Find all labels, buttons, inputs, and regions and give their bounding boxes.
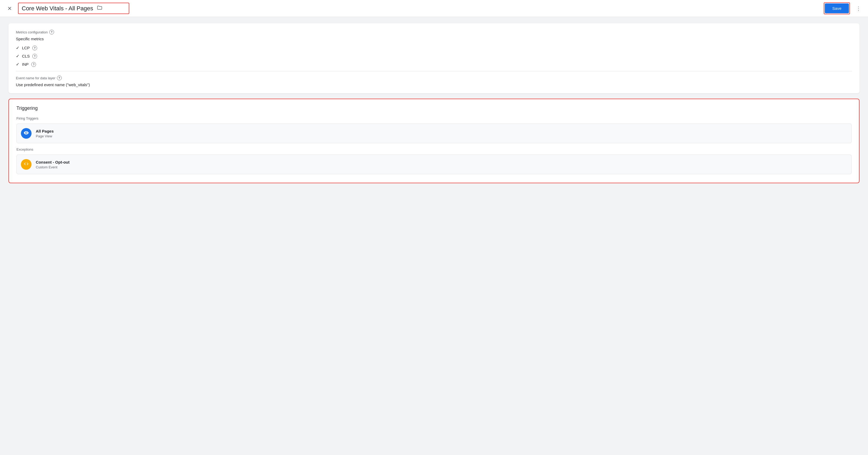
check-icon-lcp: ✓ xyxy=(16,45,19,50)
trigger-item-consent-optout[interactable]: Consent - Opt-out Custom Event xyxy=(17,154,851,174)
metric-item-inp: ✓ INP ? xyxy=(16,62,852,67)
consent-optout-icon-circle xyxy=(21,159,32,170)
check-icon-inp: ✓ xyxy=(16,62,19,67)
eye-icon xyxy=(24,130,29,137)
close-button[interactable]: ✕ xyxy=(4,3,15,14)
event-name-help-icon[interactable]: ? xyxy=(57,76,62,80)
all-pages-trigger-info: All Pages Page View xyxy=(36,129,54,138)
metric-name-lcp: LCP xyxy=(22,46,30,50)
metrics-config-card: Metrics configuration ? Specific metrics… xyxy=(8,23,860,93)
metric-item-lcp: ✓ LCP ? xyxy=(16,45,852,50)
close-icon: ✕ xyxy=(7,5,12,12)
exceptions-label: Exceptions xyxy=(17,147,851,151)
page-title: Core Web Vitals - All Pages xyxy=(22,5,93,12)
metrics-config-label: Metrics configuration ? xyxy=(16,30,852,34)
consent-optout-trigger-name: Consent - Opt-out xyxy=(36,160,69,164)
firing-triggers-label: Firing Triggers xyxy=(17,116,851,120)
all-pages-trigger-type: Page View xyxy=(36,134,54,138)
save-button[interactable]: Save xyxy=(825,3,849,13)
more-icon: ⋮ xyxy=(856,5,861,12)
metric-name-cls: CLS xyxy=(22,54,30,58)
all-pages-icon-circle xyxy=(21,128,32,139)
consent-optout-trigger-info: Consent - Opt-out Custom Event xyxy=(36,160,69,169)
save-button-wrapper: Save xyxy=(824,2,850,14)
title-box: Core Web Vitals - All Pages xyxy=(18,3,129,14)
code-icon xyxy=(24,161,29,168)
inp-help-icon[interactable]: ? xyxy=(31,62,36,67)
metric-list: ✓ LCP ? ✓ CLS ? ✓ INP ? xyxy=(16,45,852,67)
folder-icon[interactable] xyxy=(97,5,102,12)
triggering-title: Triggering xyxy=(17,106,851,111)
consent-optout-trigger-type: Custom Event xyxy=(36,165,69,169)
triggering-card: Triggering Firing Triggers All Pages Pag… xyxy=(8,98,860,183)
lcp-help-icon[interactable]: ? xyxy=(32,46,37,50)
cls-help-icon[interactable]: ? xyxy=(32,54,37,59)
metrics-config-value: Specific metrics xyxy=(16,36,852,41)
metric-name-inp: INP xyxy=(22,62,29,66)
metric-item-cls: ✓ CLS ? xyxy=(16,54,852,59)
all-pages-trigger-name: All Pages xyxy=(36,129,54,133)
header: ✕ Core Web Vitals - All Pages Save ⋮ xyxy=(0,0,868,17)
main-content: Metrics configuration ? Specific metrics… xyxy=(0,17,868,455)
event-name-label: Event name for data layer ? xyxy=(16,76,852,80)
exceptions-section: Exceptions Consent - Opt-out Custom Even… xyxy=(17,147,851,174)
event-name-value: Use predefined event name ("web_vitals") xyxy=(16,82,852,87)
more-options-button[interactable]: ⋮ xyxy=(853,3,864,14)
check-icon-cls: ✓ xyxy=(16,54,19,59)
metrics-config-help-icon[interactable]: ? xyxy=(49,30,54,34)
trigger-item-all-pages[interactable]: All Pages Page View xyxy=(17,123,851,143)
